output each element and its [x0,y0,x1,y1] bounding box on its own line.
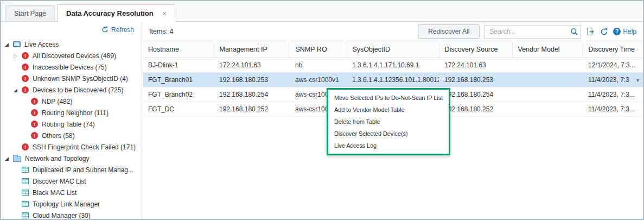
table-cell: 172.24.101.63 [439,58,512,72]
tree-item-label: Discover MAC List [33,178,86,185]
table-cell: nb [290,58,347,72]
tree-item-label: Routing Table (74) [42,121,95,128]
refresh-table-icon[interactable] [600,28,608,36]
alert-icon: ! [31,109,38,116]
context-menu: Move Selected IPs to Do-Not-Scan IP List… [327,88,450,155]
tree-item[interactable]: ◢!Devices to be Discovered (725) [1,84,142,96]
tree-item[interactable]: ▷!All Discovered Devices (489) [1,50,142,61]
table-cell: 1.3.6.1.4.1.171.10.69.1 [347,58,439,72]
alert-icon: ! [22,64,29,71]
app-window: Start Page Data Accuracy Resolution × Re… [0,0,644,220]
tree-item[interactable]: Topology Link Manager [1,198,142,210]
table-cell: 11/4/2023, 7:3... [583,102,643,116]
tree-item[interactable]: Duplicated IP and Subnet Manag... [1,164,142,175]
table-cell: 192.168.180.253 [214,72,290,87]
alert-icon: ! [22,143,29,150]
alert-icon: ! [31,98,38,105]
table-icon [22,178,29,184]
search-box [484,25,581,39]
tree-item-label: Devices to be Discovered (725) [33,86,123,94]
tree-item[interactable]: !Routing Neighbor (111) [1,107,142,118]
sidebar-tree: ◢Live Access▷!All Discovered Devices (48… [1,39,142,219]
tree-item-label: Cloud Manager (30) [33,212,91,219]
tab-data-accuracy-resolution[interactable]: Data Accuracy Resolution × [58,4,175,22]
table-icon [22,190,29,196]
table-row[interactable]: BJ-Dlink-1172.24.101.63nb1.3.6.1.4.1.171… [143,58,643,72]
tree-expander-collapsed-icon[interactable]: ▷ [14,53,22,59]
table-cell: FGT_Branch01 [143,72,214,87]
tree-expander-expanded-icon[interactable]: ◢ [14,87,22,93]
context-menu-item[interactable]: Add to Vendor Model Table [328,104,449,116]
context-menu-item[interactable]: Move Selected IPs to Do-Not-Scan IP List [328,92,449,104]
tree-item-label: Live Access [24,41,59,48]
table-row[interactable]: FGT_Branch01192.168.180.253aws-csr1000v1… [143,72,643,87]
search-icon[interactable] [570,28,578,37]
tree-item-label: NDP (482) [42,98,72,105]
table-icon [22,167,29,173]
tree-item-label: Inaccessible Devices (75) [33,64,107,71]
tree-item[interactable]: ◢Network and Topology [1,153,142,164]
table-cell: FGT_Branch02 [143,87,214,102]
table-cell: 192.168.180.254 [214,87,290,102]
table-cell: 192.168.180.252 [214,102,290,116]
alert-icon: ! [22,75,29,82]
tree-item-label: Topology Link Manager [33,200,100,208]
column-header[interactable]: Discovery Source [439,41,512,58]
table-cell [512,58,583,72]
tree-item[interactable]: Cloud Manager (30) [1,210,142,219]
tree-item[interactable]: !NDP (482) [1,96,142,107]
alert-icon: ! [31,132,38,139]
table-cell: 12/1/2024, 7:3... [583,58,643,72]
toolbar: Items: 4 Rediscover All [143,22,643,41]
refresh-link[interactable]: Refresh [101,26,134,34]
context-menu-item[interactable]: Delete from Table [328,116,449,128]
column-header[interactable]: Discovery Time [583,41,643,58]
tab-label: Data Accuracy Resolution [66,9,154,17]
sidebar-header: Refresh [1,22,142,37]
column-header[interactable]: SysObjectID [347,41,439,58]
column-header[interactable]: Vendor Model [512,41,583,58]
tree-item-label: All Discovered Devices (489) [33,52,116,60]
column-header[interactable]: SNMP RO [290,41,347,58]
tree-item-label: Unknown SNMP SysObjectID (4) [33,75,128,83]
table-cell: 11/4/2023, 7:3▾ [583,72,643,87]
tree-item[interactable]: Black MAC List [1,187,142,198]
tab-close-icon[interactable]: × [162,10,167,17]
table-icon [22,201,29,207]
live-access-icon [13,41,21,47]
table-cell: BJ-Dlink-1 [143,58,214,72]
table-cell: FGT_DC [143,102,214,116]
items-count: Items: 4 [149,28,173,35]
tree-item[interactable]: !Unknown SNMP SysObjectID (4) [1,73,142,84]
tree-expander-expanded-icon[interactable]: ◢ [5,156,13,161]
tree-item[interactable]: !Inaccessible Devices (75) [1,61,142,73]
tab-strip: Start Page Data Accuracy Resolution × [1,1,643,22]
tab-start-page[interactable]: Start Page [5,5,55,21]
tree-item-label: Duplicated IP and Subnet Manag... [33,166,133,174]
tree-item-label: SSH Fingerprint Check Failed (171) [33,143,136,151]
column-header[interactable]: Management IP [214,41,290,58]
rediscover-all-button[interactable]: Rediscover All [418,24,480,39]
context-menu-item[interactable]: Discover Selected Device(s) [328,128,449,140]
tree-item[interactable]: ◢Live Access [1,39,142,50]
tree-item[interactable]: Discover MAC List [1,175,142,187]
tab-label: Start Page [14,10,46,17]
tree-item[interactable]: !Others (58) [1,130,142,141]
help-icon: ? [613,28,621,35]
alert-icon: ! [22,86,29,93]
help-label: Help [623,28,636,35]
table-cell: 192.168.180.253 [439,72,512,87]
tree-item-label: Routing Neighbor (111) [42,109,109,117]
tree-item[interactable]: !SSH Fingerprint Check Failed (171) [1,141,142,153]
row-dropdown-chevron-icon[interactable]: ▾ [636,77,639,83]
context-menu-item[interactable]: Live Access Log [328,140,449,152]
tree-expander-expanded-icon[interactable]: ◢ [5,42,13,47]
refresh-label: Refresh [111,26,134,34]
search-input[interactable] [484,25,581,39]
table-cell [512,72,583,87]
export-icon[interactable] [586,27,595,36]
tree-item[interactable]: !Routing Table (74) [1,118,142,130]
column-header[interactable]: Hostname [143,41,214,58]
help-link[interactable]: ? Help [613,28,636,35]
table-icon [22,212,29,218]
